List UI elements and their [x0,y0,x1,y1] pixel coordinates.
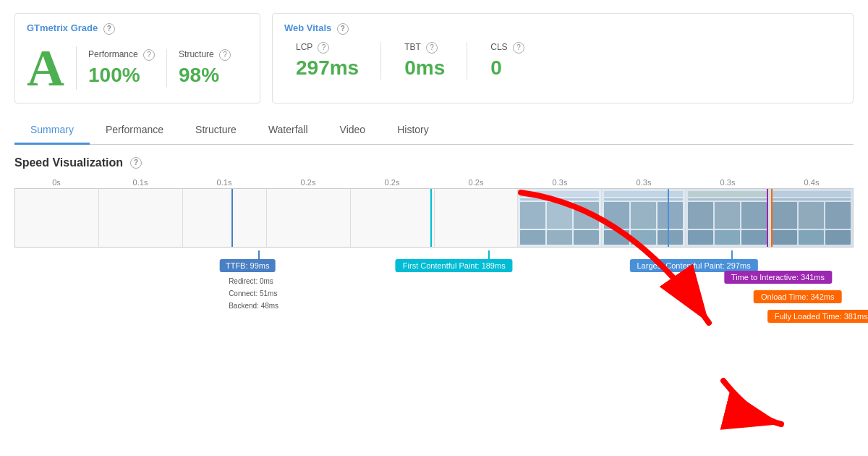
tti-marker: Time to Interactive: 341ms [767,271,868,284]
lcp-marker: Largest Contentful Paint: 297ms [668,250,796,272]
performance-label: Performance ? [88,49,155,61]
speed-viz-title-text: Speed Visualization [14,156,123,169]
lcp-line-strip [668,189,669,247]
structure-help-icon[interactable]: ? [219,49,231,61]
webvitals-help-icon[interactable]: ? [337,23,349,35]
grade-separator [76,46,77,90]
frame-6 [518,189,602,247]
tbt-vital: TBT ? 0ms [393,42,467,80]
screenshot-strip [14,188,854,248]
lcp-label: LCP ? [296,42,329,54]
tick-4: 0.2s [350,178,434,187]
onload-line-strip [771,189,773,247]
marker-labels-row: TTFB: 99ms Redirect: 0ms Connect: 51ms B… [14,250,854,345]
webvitals-card: Web Vitals ? LCP ? 297ms TBT ? 0ms [272,13,854,104]
performance-help-icon[interactable]: ? [143,49,155,61]
ttfb-label: TTFB: 99ms [220,259,276,272]
tbt-label: TBT ? [404,42,438,54]
cls-value: 0 [490,56,502,80]
gtmetrix-title-text: GTmetrix Grade [27,22,98,33]
fcp-line-ext [488,250,490,259]
lcp-value: 297ms [296,56,359,80]
onload-label: Onload Time: 342ms [754,290,842,303]
tti-line-strip [767,189,768,247]
flt-label: Fully Loaded Time: 381ms [767,310,868,323]
frame-9 [770,189,853,247]
tick-1: 0.1s [98,178,182,187]
fcp-marker: First Contentful Paint: 189ms [430,250,548,272]
ttfb-details: Redirect: 0ms Connect: 51ms Backend: 48m… [229,275,278,312]
grade-letter: A [27,42,64,94]
lcp-line-ext [731,250,733,259]
metric-separator [166,49,167,87]
ttfb-line-strip [231,189,233,247]
tick-5: 0.2s [434,178,518,187]
gtmetrix-grade-card: GTmetrix Grade ? A Performance ? 100% [14,13,260,104]
grade-metrics: Performance ? 100% Structure ? 98% [88,49,231,87]
tick-8: 0.3s [686,178,770,187]
frame-2 [183,189,267,247]
tab-summary[interactable]: Summary [14,117,90,145]
gtmetrix-card-title: GTmetrix Grade ? [27,22,248,35]
tbt-help-icon[interactable]: ? [426,42,438,54]
tick-2: 0.1s [182,178,266,187]
cls-vital: CLS ? 0 [479,42,546,80]
tick-3: 0.2s [266,178,350,187]
lcp-help-icon[interactable]: ? [318,42,329,54]
frame-0 [15,189,99,247]
main-container: GTmetrix Grade ? A Performance ? 100% [0,0,868,345]
structure-label: Structure ? [179,49,231,61]
frame-4 [351,189,435,247]
tabs-row: Summary Performance Structure Waterfall … [14,117,854,145]
speed-viz-section-title: Speed Visualization ? [14,156,854,169]
frame-3 [267,189,351,247]
lcp-vital: LCP ? 297ms [284,42,381,80]
tick-7: 0.3s [602,178,686,187]
tab-history[interactable]: History [381,117,445,145]
gtmetrix-help-icon[interactable]: ? [103,23,115,35]
tbt-value: 0ms [404,56,445,80]
frame-8 [686,189,770,247]
tick-6: 0.3s [518,178,602,187]
webvitals-title-text: Web Vitals [284,22,331,33]
structure-metric: Structure ? 98% [179,49,231,87]
frame-7 [602,189,686,247]
tick-9: 0.4s [770,178,854,187]
tab-waterfall[interactable]: Waterfall [252,117,324,145]
tti-label: Time to Interactive: 341ms [724,271,832,284]
webvitals-card-title: Web Vitals ? [284,22,841,35]
flt-marker: Fully Loaded Time: 381ms [778,310,868,323]
structure-value: 98% [179,64,219,87]
cls-label: CLS ? [490,42,524,54]
fcp-line-strip [430,189,432,247]
fcp-label: First Contentful Paint: 189ms [396,259,513,272]
tab-video[interactable]: Video [324,117,382,145]
tab-structure[interactable]: Structure [179,117,252,145]
performance-metric: Performance ? 100% [88,49,155,87]
tick-0: 0s [14,178,98,187]
cls-help-icon[interactable]: ? [513,42,524,54]
timeline-ruler: 0s 0.1s 0.1s 0.2s 0.2s 0.2s 0.3s 0.3s 0.… [14,178,854,187]
speed-viz-area: 0s 0.1s 0.1s 0.2s 0.2s 0.2s 0.3s 0.3s 0.… [14,178,854,345]
speed-viz-help-icon[interactable]: ? [130,157,142,169]
gtmetrix-inner: A Performance ? 100% Structure [27,42,248,94]
metrics-cards-row: GTmetrix Grade ? A Performance ? 100% [14,13,854,104]
onload-marker: Onload Time: 342ms [771,290,859,303]
ttfb-line-ext [258,250,260,259]
performance-value: 100% [88,64,140,87]
frame-1 [99,189,183,247]
tab-performance[interactable]: Performance [90,117,179,145]
ttfb-marker: TTFB: 99ms Redirect: 0ms Connect: 51ms B… [231,250,286,312]
vitals-inner: LCP ? 297ms TBT ? 0ms CLS ? [284,42,841,80]
frame-5 [435,189,519,247]
